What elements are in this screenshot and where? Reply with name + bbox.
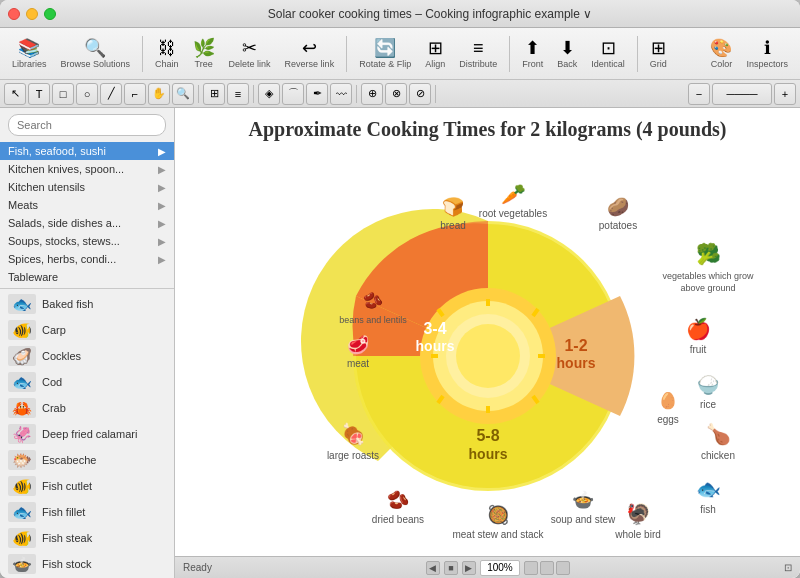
ellipse-tool[interactable]: ○ (76, 83, 98, 105)
chain-label: Chain (155, 59, 179, 69)
inspectors-icon: ℹ (764, 39, 771, 57)
infographic-svg: 3-4 hours 1-2 hours 5-8 hours (198, 151, 778, 541)
list-item[interactable]: 🐠 Fish cutlet (0, 473, 174, 499)
window-title: Solar cooker cooking times – Cooking inf… (68, 7, 792, 21)
toolbar-align[interactable]: ⊞ Align (421, 37, 449, 71)
page-stop-btn[interactable]: ■ (444, 561, 458, 575)
list-item[interactable]: 🦪 Cockles (0, 343, 174, 369)
svg-text:🥦: 🥦 (695, 242, 720, 266)
canvas-area[interactable]: Approximate Cooking Times for 2 kilogram… (175, 108, 800, 556)
list-item[interactable]: 🦀 Crab (0, 395, 174, 421)
sidebar-cat-utensils[interactable]: Kitchen utensils ▶ (0, 178, 174, 196)
list-item[interactable]: 🍲 Fish stock (0, 551, 174, 577)
cat-knives-label: Kitchen knives, spoon... (8, 163, 158, 175)
zoom-tool[interactable]: 🔍 (172, 83, 194, 105)
page-prev-btn[interactable]: ◀ (426, 561, 440, 575)
zoom-out-btn[interactable]: − (688, 83, 710, 105)
reverse-link-icon: ↩ (302, 39, 317, 57)
item-crab-icon: 🦀 (8, 398, 36, 418)
cat-fish-label: Fish, seafood, sushi (8, 145, 158, 157)
toolbar-reverse-link[interactable]: ↩ Reverse link (281, 37, 339, 71)
grid-view-btn[interactable]: ⊞ (203, 83, 225, 105)
node-tool[interactable]: ◈ (258, 83, 280, 105)
main-area: Fish, seafood, sushi ▶ Kitchen knives, s… (0, 108, 800, 578)
toolbar-delete-link[interactable]: ✂ Delete link (225, 37, 275, 71)
sidebar-cat-knives[interactable]: Kitchen knives, spoon... ▶ (0, 160, 174, 178)
list-item[interactable]: 🐠 Carp (0, 317, 174, 343)
sidebar-cat-meats[interactable]: Meats ▶ (0, 196, 174, 214)
cat-tableware-label: Tableware (8, 271, 166, 283)
toolbar-tree[interactable]: 🌿 Tree (189, 37, 219, 71)
sidebar-cat-spices[interactable]: Spices, herbs, condi... ▶ (0, 250, 174, 268)
guide-btn[interactable]: ⊘ (409, 83, 431, 105)
zoom-in-btn[interactable]: + (774, 83, 796, 105)
distribute-icon: ≡ (473, 39, 484, 57)
zoom-input[interactable] (480, 560, 520, 576)
list-item[interactable]: 🐟 Baked fish (0, 291, 174, 317)
toolbar-distribute[interactable]: ≡ Distribute (455, 37, 501, 71)
pointer-tool[interactable]: ↖ (4, 83, 26, 105)
list-item[interactable]: 🐠 Fish steak (0, 525, 174, 551)
list-item[interactable]: 🐟 Cod (0, 369, 174, 395)
text-tool[interactable]: T (28, 83, 50, 105)
zoom-slider[interactable]: ──── (712, 83, 772, 105)
svg-text:fish: fish (700, 504, 716, 515)
toolbar-color[interactable]: 🎨 Color (706, 37, 736, 71)
toolbar-browse[interactable]: 🔍 Browse Solutions (57, 37, 135, 71)
sidebar-cat-salads[interactable]: Salads, side dishes a... ▶ (0, 214, 174, 232)
curve-tool[interactable]: ⌒ (282, 83, 304, 105)
sidebar-cat-soups[interactable]: Soups, stocks, stews... ▶ (0, 232, 174, 250)
list-view-btn[interactable]: ≡ (227, 83, 249, 105)
svg-text:🍞: 🍞 (442, 196, 465, 218)
search-input[interactable] (8, 114, 166, 136)
cat-salads-label: Salads, side dishes a... (8, 217, 158, 229)
magnet-btn[interactable]: ⊗ (385, 83, 407, 105)
cat-spices-arrow: ▶ (158, 254, 166, 265)
list-item[interactable]: 🐟 Fish fillet (0, 499, 174, 525)
maximize-button[interactable] (44, 8, 56, 20)
toolbar-chain[interactable]: ⛓ Chain (151, 37, 183, 71)
toolbar-identical[interactable]: ⊡ Identical (587, 37, 629, 71)
toolbar-rotate[interactable]: 🔄 Rotate & Flip (355, 37, 415, 71)
layout-btn-3[interactable] (556, 561, 570, 575)
rect-tool[interactable]: □ (52, 83, 74, 105)
list-item[interactable]: 🐡 Escabeche (0, 447, 174, 473)
toolbar-front[interactable]: ⬆ Front (518, 37, 547, 71)
svg-text:rice: rice (699, 399, 716, 410)
layout-btn-2[interactable] (540, 561, 554, 575)
cat-meats-arrow: ▶ (158, 200, 166, 211)
list-item[interactable]: 🦑 Deep fried calamari (0, 421, 174, 447)
sidebar-cat-fish[interactable]: Fish, seafood, sushi ▶ (0, 142, 174, 160)
minimize-button[interactable] (26, 8, 38, 20)
connect-tool[interactable]: ⌐ (124, 83, 146, 105)
tool-sep-3 (356, 85, 357, 103)
color-icon: 🎨 (710, 39, 732, 57)
toolbar-libraries[interactable]: 📚 Libraries (8, 37, 51, 71)
align-label: Align (425, 59, 445, 69)
toolbar-inspectors[interactable]: ℹ Inspectors (742, 37, 792, 71)
pen-tool[interactable]: ✒ (306, 83, 328, 105)
page-next-btn[interactable]: ▶ (462, 561, 476, 575)
svg-text:1-2: 1-2 (564, 337, 587, 354)
toolbar-grid[interactable]: ⊞ Grid (646, 37, 671, 71)
hand-tool[interactable]: ✋ (148, 83, 170, 105)
item-carp-icon: 🐠 (8, 320, 36, 340)
identical-icon: ⊡ (601, 39, 616, 57)
back-label: Back (557, 59, 577, 69)
svg-text:whole bird: whole bird (614, 529, 661, 540)
close-button[interactable] (8, 8, 20, 20)
line-tool[interactable]: ╱ (100, 83, 122, 105)
item-carp-label: Carp (42, 324, 66, 336)
cat-fish-arrow: ▶ (158, 146, 166, 157)
item-calamari-icon: 🦑 (8, 424, 36, 444)
libraries-icon: 📚 (18, 39, 40, 57)
freehand-tool[interactable]: 〰 (330, 83, 352, 105)
toolbar-back[interactable]: ⬇ Back (553, 37, 581, 71)
item-fishfillet-icon: 🐟 (8, 502, 36, 522)
item-baked-fish-label: Baked fish (42, 298, 93, 310)
sidebar-cat-tableware[interactable]: Tableware (0, 268, 174, 286)
svg-text:above ground: above ground (680, 283, 735, 293)
snap-btn[interactable]: ⊕ (361, 83, 383, 105)
svg-text:hours: hours (556, 355, 595, 371)
layout-btn-1[interactable] (524, 561, 538, 575)
